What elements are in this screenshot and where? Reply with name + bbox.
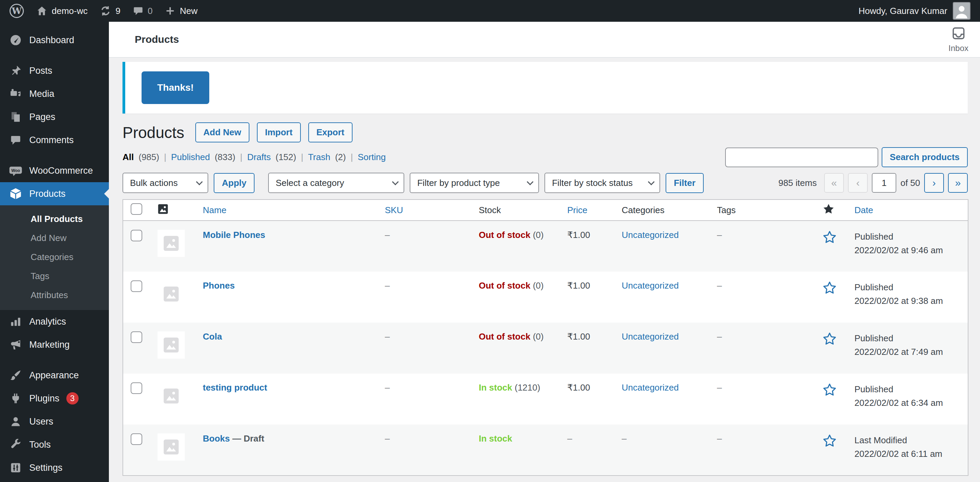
view-sorting-link[interactable]: Sorting bbox=[358, 152, 385, 162]
category-link[interactable]: Uncategorized bbox=[622, 331, 679, 342]
stock-status-filter-select[interactable]: Filter by stock status bbox=[544, 173, 660, 193]
bulk-actions-select[interactable]: Bulk actions bbox=[123, 173, 208, 193]
featured-toggle[interactable] bbox=[822, 323, 854, 374]
view-drafts-link[interactable]: Drafts bbox=[247, 152, 270, 162]
product-thumbnail-placeholder[interactable] bbox=[158, 433, 185, 461]
product-name-link[interactable]: testing product bbox=[203, 382, 267, 393]
submenu-categories[interactable]: Categories bbox=[0, 247, 109, 266]
row-checkbox[interactable] bbox=[130, 230, 142, 241]
product-name-link[interactable]: Phones bbox=[203, 281, 235, 291]
column-name[interactable]: Name bbox=[203, 200, 385, 220]
search-products-button[interactable]: Search products bbox=[882, 147, 968, 167]
date-value: Published2022/02/02 at 9:46 am bbox=[854, 220, 968, 271]
date-value: Last Modified2022/02/02 at 6:11 am bbox=[854, 425, 968, 476]
category-filter-label: Select a category bbox=[275, 178, 344, 188]
wordpress-menu-button[interactable]: W bbox=[10, 4, 24, 18]
submenu-attributes[interactable]: Attributes bbox=[0, 285, 109, 304]
filter-button[interactable]: Filter bbox=[666, 173, 704, 193]
chevron-down-icon bbox=[196, 178, 203, 185]
sku-value: – bbox=[385, 374, 479, 425]
product-thumbnail-placeholder[interactable] bbox=[158, 281, 185, 308]
product-name-link[interactable]: Mobile Phones bbox=[203, 230, 265, 240]
column-image bbox=[147, 200, 203, 220]
sidebar-item-appearance[interactable]: Appearance bbox=[0, 364, 109, 387]
howdy-account-link[interactable]: Howdy, Gaurav Kumar bbox=[859, 6, 947, 16]
sidebar-item-tools[interactable]: Tools bbox=[0, 433, 109, 456]
search-input[interactable] bbox=[725, 147, 878, 167]
sidebar-item-label: Dashboard bbox=[29, 35, 74, 46]
featured-toggle[interactable] bbox=[822, 374, 854, 425]
avatar[interactable] bbox=[953, 2, 970, 20]
breadcrumb: Products bbox=[135, 34, 179, 45]
add-new-button[interactable]: Add New bbox=[195, 122, 250, 143]
featured-toggle[interactable] bbox=[822, 271, 854, 323]
sidebar-item-pages[interactable]: Pages bbox=[0, 105, 109, 128]
import-button[interactable]: Import bbox=[257, 122, 301, 143]
category-link[interactable]: Uncategorized bbox=[622, 281, 679, 291]
sidebar-item-marketing[interactable]: Marketing bbox=[0, 333, 109, 356]
sidebar-item-woocommerce[interactable]: Woo WooCommerce bbox=[0, 159, 109, 182]
featured-star-icon bbox=[822, 207, 835, 217]
row-checkbox[interactable] bbox=[130, 433, 142, 445]
product-thumbnail-placeholder[interactable] bbox=[158, 230, 185, 257]
product-thumbnail-placeholder[interactable] bbox=[158, 331, 185, 358]
submenu-tags[interactable]: Tags bbox=[0, 266, 109, 285]
product-thumbnail-placeholder[interactable] bbox=[158, 382, 185, 410]
product-name-link[interactable]: Books bbox=[203, 433, 230, 444]
sidebar-item-settings[interactable]: Settings bbox=[0, 456, 109, 479]
submenu-all-products[interactable]: All Products bbox=[0, 209, 109, 228]
settings-sliders-icon bbox=[9, 461, 22, 474]
row-checkbox[interactable] bbox=[130, 331, 142, 343]
column-sku[interactable]: SKU bbox=[385, 200, 479, 220]
sidebar-item-posts[interactable]: Posts bbox=[0, 59, 109, 82]
apply-button[interactable]: Apply bbox=[214, 173, 255, 193]
tags-value: – bbox=[717, 271, 822, 323]
thanks-button[interactable]: Thanks! bbox=[142, 71, 209, 104]
menu-separator bbox=[0, 52, 109, 59]
current-page-input[interactable] bbox=[872, 173, 896, 193]
column-stock: Stock bbox=[479, 200, 567, 220]
sidebar-item-products[interactable]: Products bbox=[0, 182, 109, 205]
export-button[interactable]: Export bbox=[308, 122, 353, 143]
site-link[interactable]: demo-wc bbox=[36, 5, 88, 17]
table-row: Cola – Out of stock (0) ₹1.00 Uncategori… bbox=[123, 323, 968, 374]
page-title-row: Products Add New Import Export bbox=[123, 122, 968, 143]
new-content-button[interactable]: New bbox=[165, 5, 197, 16]
plugins-update-badge: 3 bbox=[66, 392, 79, 404]
sidebar-item-media[interactable]: Media bbox=[0, 82, 109, 105]
sidebar-item-analytics[interactable]: Analytics bbox=[0, 310, 109, 333]
row-checkbox[interactable] bbox=[130, 382, 142, 394]
category-link[interactable]: Uncategorized bbox=[622, 230, 679, 240]
categories-value: – bbox=[622, 425, 717, 476]
last-page-button[interactable]: » bbox=[948, 173, 968, 193]
column-price[interactable]: Price bbox=[567, 200, 622, 220]
sidebar-item-plugins[interactable]: Plugins 3 bbox=[0, 387, 109, 410]
product-name-link[interactable]: Cola bbox=[203, 331, 222, 342]
select-all-checkbox[interactable] bbox=[130, 203, 142, 215]
view-trash-link[interactable]: Trash bbox=[308, 152, 331, 162]
category-link[interactable]: Uncategorized bbox=[622, 382, 679, 393]
featured-toggle[interactable] bbox=[822, 425, 854, 476]
row-checkbox[interactable] bbox=[130, 281, 142, 292]
view-published-link[interactable]: Published bbox=[171, 152, 210, 162]
tags-value: – bbox=[717, 374, 822, 425]
view-all-link[interactable]: All bbox=[123, 152, 134, 162]
post-state-label: — Draft bbox=[230, 433, 264, 444]
sidebar-item-comments[interactable]: Comments bbox=[0, 128, 109, 152]
woocommerce-header: Products Inbox bbox=[109, 22, 980, 58]
category-filter-select[interactable]: Select a category bbox=[268, 173, 404, 193]
comments-button[interactable]: 0 bbox=[133, 5, 153, 16]
paintbrush-icon bbox=[9, 368, 22, 382]
inbox-button[interactable]: Inbox bbox=[948, 26, 969, 53]
product-type-filter-select[interactable]: Filter by product type bbox=[410, 173, 539, 193]
column-date[interactable]: Date bbox=[854, 200, 968, 220]
submenu-add-new[interactable]: Add New bbox=[0, 228, 109, 247]
table-row: testing product – In stock (1210) ₹1.00 … bbox=[123, 374, 968, 425]
sidebar-item-users[interactable]: Users bbox=[0, 410, 109, 433]
comment-bubble-icon bbox=[133, 5, 143, 16]
updates-button[interactable]: 9 bbox=[100, 5, 120, 17]
next-page-button[interactable]: › bbox=[924, 173, 944, 193]
featured-toggle[interactable] bbox=[822, 220, 854, 271]
stock-value: Out of stock (0) bbox=[479, 323, 567, 374]
sidebar-item-dashboard[interactable]: Dashboard bbox=[0, 29, 109, 52]
